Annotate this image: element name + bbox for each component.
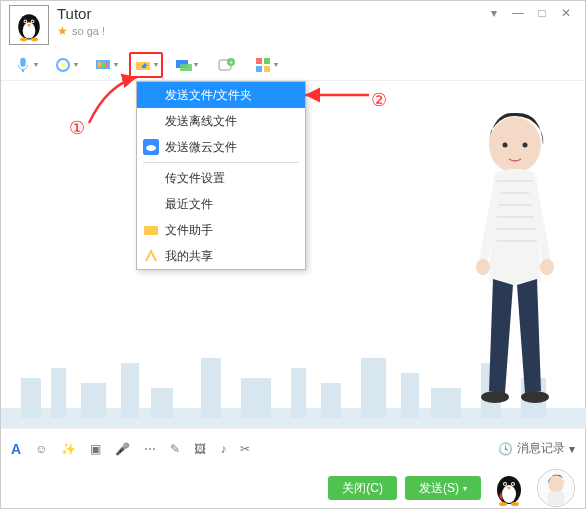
- music-button[interactable]: ♪: [220, 442, 226, 456]
- svg-point-9: [31, 38, 38, 42]
- clock-icon: 🕓: [498, 442, 513, 456]
- folder-icon: [143, 222, 159, 238]
- self-avatar[interactable]: [537, 469, 575, 507]
- menu-file-assistant[interactable]: 文件助手: [137, 217, 305, 243]
- contact-avatar[interactable]: [9, 5, 49, 45]
- svg-rect-27: [264, 58, 270, 64]
- bottom-bar: 关闭(C) 发送(S) ▾: [1, 468, 585, 508]
- svg-text:+: +: [229, 58, 234, 67]
- chevron-down-icon: ▾: [74, 60, 78, 69]
- svg-point-49: [503, 143, 508, 148]
- svg-point-69: [511, 502, 519, 506]
- cloud-icon: [143, 139, 159, 155]
- svg-point-66: [512, 483, 514, 485]
- chevron-down-icon: ▾: [114, 60, 118, 69]
- svg-point-59: [481, 391, 509, 403]
- favorite-star-icon: ★: [57, 24, 68, 38]
- image-button[interactable]: 🖼: [194, 442, 206, 456]
- svg-point-46: [146, 145, 156, 151]
- svg-rect-20: [142, 66, 146, 68]
- svg-rect-17: [106, 61, 108, 67]
- close-button[interactable]: ✕: [555, 5, 577, 21]
- title-bar: Tutor ★ so ga ! ▾ — □ ✕: [1, 1, 585, 49]
- screen-share-button[interactable]: ▾: [89, 52, 123, 78]
- svg-point-60: [521, 391, 549, 403]
- more-button[interactable]: ⋯: [144, 442, 156, 456]
- menu-label: 我的共享: [165, 248, 213, 265]
- voice-message-button[interactable]: 🎤: [115, 442, 130, 456]
- svg-point-57: [476, 259, 490, 275]
- menu-label: 传文件设置: [165, 170, 225, 187]
- svg-rect-34: [121, 363, 139, 418]
- svg-rect-16: [102, 63, 105, 67]
- screenshot-button[interactable]: ▣: [90, 442, 101, 456]
- menu-send-file[interactable]: 发送文件/文件夹: [137, 82, 305, 108]
- chat-window: Tutor ★ so ga ! ▾ — □ ✕ ▾ ▾ ▾ ▾: [0, 0, 586, 509]
- svg-rect-28: [256, 66, 262, 72]
- svg-point-65: [504, 483, 506, 485]
- share-icon: [143, 248, 159, 264]
- create-group-button[interactable]: +: [209, 52, 243, 78]
- contact-name: Tutor: [57, 5, 105, 22]
- send-label: 发送(S): [419, 480, 459, 497]
- chat-content: 发送文件/文件夹 发送离线文件 发送微云文件 传文件设置 最近文件 文件助手: [1, 81, 585, 428]
- menu-separator: [143, 162, 299, 163]
- annotation-two: ②: [371, 89, 387, 111]
- svg-point-13: [61, 63, 65, 67]
- menu-label: 发送离线文件: [165, 113, 237, 130]
- menu-label: 发送文件/文件夹: [165, 87, 252, 104]
- toolbar: ▾ ▾ ▾ ▾ ▾ + ▾: [1, 49, 585, 81]
- svg-rect-22: [180, 64, 192, 71]
- menu-file-settings[interactable]: 传文件设置: [137, 165, 305, 191]
- chevron-down-icon: ▾: [463, 484, 467, 493]
- send-button[interactable]: 发送(S) ▾: [405, 476, 481, 500]
- svg-point-5: [25, 21, 27, 23]
- chevron-down-icon: ▾: [194, 60, 198, 69]
- svg-rect-35: [151, 388, 173, 418]
- emoji-button[interactable]: ☺: [35, 442, 47, 456]
- menu-send-offline-file[interactable]: 发送离线文件: [137, 108, 305, 134]
- minimize-button[interactable]: —: [507, 5, 529, 21]
- font-button[interactable]: A: [11, 441, 21, 457]
- chevron-down-icon: ▾: [154, 60, 158, 69]
- apps-button[interactable]: ▾: [249, 52, 283, 78]
- svg-point-8: [20, 38, 27, 42]
- svg-rect-38: [291, 368, 306, 418]
- svg-rect-11: [22, 69, 24, 72]
- svg-rect-33: [81, 383, 106, 418]
- svg-point-71: [548, 476, 563, 493]
- history-button[interactable]: 🕓 消息记录 ▾: [498, 440, 575, 457]
- svg-rect-40: [361, 358, 386, 418]
- svg-rect-26: [256, 58, 262, 64]
- remote-desktop-button[interactable]: ▾: [169, 52, 203, 78]
- close-chat-button[interactable]: 关闭(C): [328, 476, 397, 500]
- svg-rect-10: [20, 57, 25, 66]
- svg-rect-41: [401, 373, 419, 418]
- svg-rect-36: [201, 358, 221, 418]
- editor-toolbar: A ☺ ✨ ▣ 🎤 ⋯ ✎ 🖼 ♪ ✂ 🕓 消息记录 ▾: [1, 428, 585, 468]
- svg-point-6: [32, 21, 34, 23]
- gif-button[interactable]: ✨: [61, 442, 76, 456]
- menu-recent-files[interactable]: 最近文件: [137, 191, 305, 217]
- menu-send-weiyun-file[interactable]: 发送微云文件: [137, 134, 305, 160]
- edit-button[interactable]: ✎: [170, 442, 180, 456]
- maximize-button[interactable]: □: [531, 5, 553, 21]
- history-label: 消息记录: [517, 440, 565, 457]
- window-options-button[interactable]: ▾: [483, 5, 505, 21]
- video-call-button[interactable]: ▾: [49, 52, 83, 78]
- scissors-button[interactable]: ✂: [240, 442, 250, 456]
- voice-call-button[interactable]: ▾: [9, 52, 43, 78]
- svg-point-58: [540, 259, 554, 275]
- send-file-button[interactable]: ▾: [129, 52, 163, 78]
- svg-rect-72: [547, 492, 564, 505]
- chevron-down-icon: ▾: [569, 442, 575, 456]
- svg-point-48: [489, 117, 541, 173]
- close-label: 关闭(C): [342, 480, 383, 497]
- svg-rect-15: [98, 62, 101, 67]
- qq-mascot-icon[interactable]: [489, 468, 529, 508]
- svg-rect-39: [321, 383, 341, 418]
- chevron-down-icon: ▾: [34, 60, 38, 69]
- menu-my-share[interactable]: 我的共享: [137, 243, 305, 269]
- svg-point-68: [499, 502, 507, 506]
- chevron-down-icon: ▾: [274, 60, 278, 69]
